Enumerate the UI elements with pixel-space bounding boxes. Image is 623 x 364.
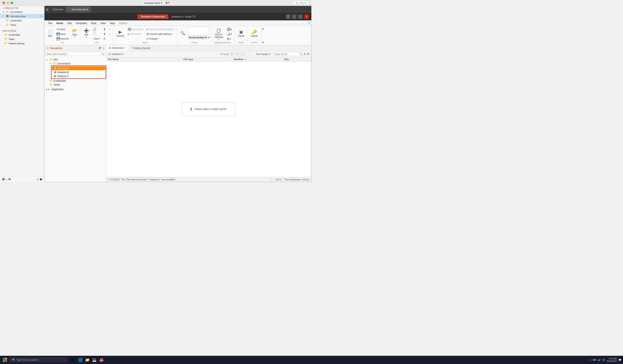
ribbon-move-down-button[interactable]: ↓ (108, 32, 112, 36)
mac-maximize-button[interactable] (11, 2, 13, 4)
ribbon-reconnect-button[interactable]: ▶ Reconnect (126, 32, 144, 36)
arrow-down-icon: ↓ (109, 32, 111, 36)
menu-actions[interactable]: Actions (117, 21, 129, 25)
collapse-up-icon[interactable]: ▲ (262, 27, 264, 30)
sidebar-item-app-tasks[interactable]: 📁 Tasks (0, 37, 44, 41)
ribbon-copy-clipboard-button[interactable]: 📋 Copy to Clipboard ▾ (212, 27, 225, 42)
ribbon-sort-button[interactable]: ↕ Sort ▾ (91, 36, 101, 41)
toolbar-upload-btn[interactable]: ⬆ (230, 52, 234, 56)
menu-help[interactable]: Help (108, 21, 117, 25)
sidebar-item-hub-step-stone[interactable]: 💻 hub-step-stone ⬆ (0, 14, 44, 18)
tab-getting-started[interactable]: ? Getting Started (129, 45, 153, 51)
tree-credentials-group: 📁 Credentials (44, 79, 106, 83)
ribbon-clipboard-sub3[interactable]: ⊞ ▾ (225, 36, 233, 41)
tree-item-credentials[interactable]: 📁 Credentials (48, 79, 106, 83)
help-icon[interactable]: ? (308, 21, 310, 25)
tab-overview[interactable]: Overview (50, 6, 66, 13)
sidebar-item-default-settings[interactable]: 📁 Default Settings (0, 41, 44, 45)
collapse-down-icon[interactable]: ▼ (262, 41, 264, 44)
tree-item-oci[interactable]: ▼ 📁 OCI (44, 58, 106, 62)
ribbon-delete-button[interactable]: ✕ (102, 36, 107, 41)
ribbon-paste-button[interactable]: 📄 (91, 32, 101, 36)
titlebar-search[interactable]: 🔍 Search (293, 1, 309, 5)
ribbon-up-button[interactable]: ⬆ (102, 27, 107, 31)
settings-icon[interactable]: ⚙ (8, 177, 11, 181)
nav-pin-icon[interactable]: 📌 (98, 47, 101, 49)
status-count: 0 of 3 (276, 178, 281, 181)
ribbon-copy-button[interactable]: 📋 (91, 27, 101, 31)
toolbar-copy-btn[interactable]: 📋 (240, 52, 245, 56)
tree-item-application[interactable]: ▶ ▶ Application (44, 87, 106, 91)
file-search[interactable]: 🔍 (273, 52, 303, 56)
toolbar-download-btn[interactable]: ⬇ (235, 52, 240, 56)
file-search-input[interactable] (274, 52, 298, 56)
ribbon-change-button[interactable]: ✏ Change ▾ (145, 36, 176, 41)
menu-file[interactable]: File (46, 21, 54, 25)
menu-data[interactable]: Data (89, 21, 98, 25)
tree-item-connections[interactable]: ▼ 📁 Connections (48, 62, 106, 65)
mac-close-button[interactable] (2, 2, 5, 4)
window-maximize-button[interactable]: □ (298, 14, 303, 19)
ribbon-move-up-button[interactable]: ↑ (108, 27, 112, 31)
nav-search-input[interactable] (45, 52, 101, 56)
ribbon-panels-button[interactable]: ▣ Panels (236, 27, 246, 39)
play-button[interactable]: ▶ ▾ (166, 1, 169, 4)
ribbon-close-button[interactable]: ✕ Close (55, 27, 70, 31)
ribbon-connect-template-button[interactable]: ▶ Connect using Template ▾ (145, 27, 176, 31)
arrow-right-icon[interactable]: ▶ (40, 177, 43, 181)
clipboard-icon: 📋 (216, 28, 221, 33)
menu-edit[interactable]: Edit (65, 21, 74, 25)
remote-desktop-select[interactable]: Remote Desktop (188, 36, 208, 39)
tree-item-instance-a[interactable]: 🖥 instance-A (52, 66, 105, 70)
window-restore-button[interactable]: ❐ (286, 14, 290, 19)
sidebar-item-tasks[interactable]: 📁 Tasks (0, 23, 44, 27)
minus-icon[interactable]: ↓ (6, 177, 7, 181)
window-minimize-button[interactable]: − (292, 14, 296, 19)
tree-item-tasks[interactable]: 📁 Tasks (48, 83, 106, 87)
nav-search[interactable]: 🔍 (45, 52, 105, 56)
dashboard-close-btn[interactable]: ✕ (125, 47, 126, 49)
tab-bar: ⊞ Overview ✕ hub-step-stone (44, 6, 311, 13)
nav-panel-title: Navigation (50, 47, 97, 50)
window-close-button[interactable]: ✕ (304, 14, 309, 19)
ribbon-open-button[interactable]: 📂 Open ▾ (70, 27, 79, 39)
nav-close-icon[interactable]: ✕ (102, 47, 104, 50)
sidebar-item-app-credentials[interactable]: 📁 Credentials (0, 33, 44, 37)
ribbon-license-button[interactable]: 🔑 License (249, 27, 260, 39)
ribbon-clipboard-sub2[interactable]: 📊 ▾ (225, 32, 233, 36)
adhoc-text-input[interactable] (188, 27, 208, 35)
dashboard-label: Dashboard (112, 46, 124, 49)
add-icon[interactable]: ➕ (2, 177, 5, 181)
ribbon-save-button[interactable]: 💾 Save (55, 32, 70, 36)
reconnect-icon: ▶ (128, 32, 130, 36)
toolbar-new-btn[interactable]: 📄 (246, 52, 250, 56)
computer-name-dropdown[interactable]: Computer Name ▾ (142, 1, 165, 5)
mac-minimize-button[interactable] (7, 2, 9, 4)
ribbon-save-all-button[interactable]: 💾 Save All (55, 36, 70, 41)
file-transfer-btn[interactable]: ↔ File Transfer ▾ (251, 52, 272, 56)
ribbon-clipboard-sub1[interactable]: 🔤 ▾ (225, 27, 233, 31)
menu-home[interactable]: Home (54, 21, 65, 25)
tab-hub-step-stone[interactable]: ✕ hub-step-stone (66, 6, 91, 13)
tree-item-instance-b[interactable]: 🖥 instance-B (52, 70, 105, 74)
settings-icon[interactable]: ⚙ (307, 52, 310, 56)
tab-dashboard[interactable]: ⊞ Dashboard ✕ (106, 45, 129, 51)
menu-view[interactable]: View (98, 21, 108, 25)
sidebar-item-connections[interactable]: ▼ 📁 Connections (0, 10, 44, 14)
star-icon[interactable]: ☆ (37, 177, 39, 181)
ribbon-connect-options-button[interactable]: ⚙ Connect with Options ▾ (145, 32, 176, 36)
new-icon: 📄 (47, 29, 53, 34)
ribbon-down-button[interactable]: ⬇ (102, 32, 107, 36)
menu-templates[interactable]: Templates (74, 21, 89, 25)
chevron-icon: ▾ (74, 36, 75, 38)
tree-item-instance-c[interactable]: 🖥 instance-C (52, 74, 105, 78)
ribbon-actions-col2: ▶ Connect using Template ▾ ⚙ Connect wit… (145, 27, 176, 41)
ribbon-search-button[interactable]: 🔍 (178, 27, 187, 39)
ribbon-new-button[interactable]: 📄 New (46, 27, 55, 39)
sidebar-item-credentials[interactable]: 📁 Credentials (0, 18, 44, 23)
ribbon-add-button[interactable]: ➕ Add ▾ (82, 27, 91, 39)
ribbon-disconnect-button[interactable]: ⬛ Disconnect (126, 27, 144, 31)
ribbon-connect-button[interactable]: ▶ Connect (114, 27, 126, 39)
dashboard-icon: ⊞ (109, 46, 111, 49)
refresh-icon[interactable]: ↻ (304, 52, 306, 56)
